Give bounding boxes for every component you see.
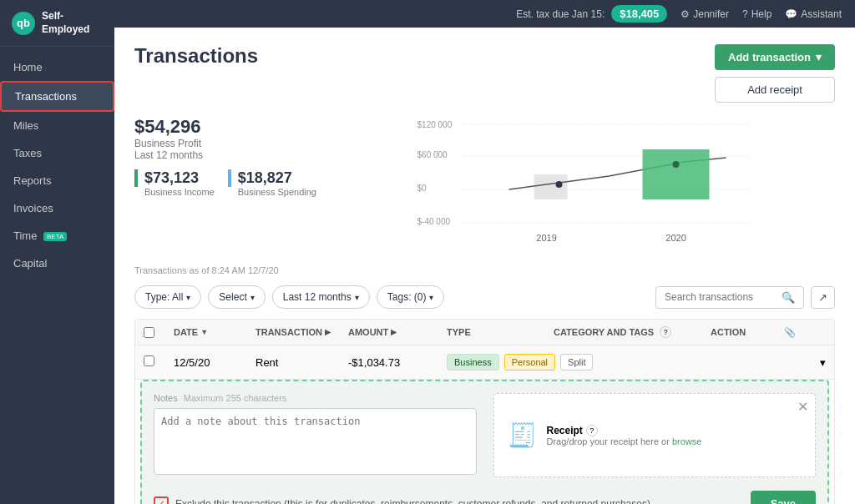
close-button[interactable]: ✕: [797, 399, 808, 415]
receipt-desc: Drag/drop your receipt here or browse: [547, 436, 702, 446]
type-filter[interactable]: Type: All ▾: [134, 285, 201, 309]
select-chevron-icon: ▾: [250, 293, 255, 302]
income-amount: $73,123: [134, 169, 215, 187]
assistant-menu[interactable]: 💬 Assistant: [785, 8, 842, 20]
row-transaction-name: Rent: [255, 356, 341, 369]
receipt-help-icon[interactable]: ?: [586, 425, 598, 436]
search-box[interactable]: 🔍: [655, 286, 804, 309]
tags-filter[interactable]: Tags: (0) ▾: [377, 285, 445, 309]
page-header: Transactions Add transaction ▾ Add recei…: [134, 44, 835, 103]
sidebar-item-time[interactable]: Time BETA: [0, 222, 114, 249]
receipt-info: Receipt ? Drag/drop your receipt here or…: [547, 425, 702, 446]
svg-text:$60 000: $60 000: [417, 150, 448, 159]
help-menu[interactable]: ? Help: [742, 8, 772, 20]
export-button[interactable]: ↗: [811, 286, 835, 309]
add-transaction-label: Add transaction: [728, 51, 811, 63]
svg-text:2019: 2019: [536, 233, 556, 243]
row-amount: -$1,034.73: [348, 356, 440, 369]
beta-badge: BETA: [43, 232, 67, 241]
svg-rect-10: [642, 149, 709, 199]
spending-card: $18,827 Business Spending: [228, 169, 316, 197]
exclude-left: ✓ Exclude this transaction (this is for …: [154, 496, 650, 505]
tags-chevron-icon: ▾: [429, 293, 433, 302]
main-profit-amount: $54,296: [134, 116, 316, 138]
timestamp: Transactions as of 8:24 AM 12/7/20: [134, 265, 835, 275]
tags-filter-label: Tags: (0): [387, 291, 427, 303]
content-area: Transactions Add transaction ▾ Add recei…: [114, 28, 855, 504]
row-expand-icon[interactable]: ▾: [784, 356, 826, 369]
business-tag[interactable]: Business: [447, 354, 499, 370]
split-tag[interactable]: Split: [560, 354, 593, 370]
notes-max: Maximum 255 characters: [184, 393, 287, 403]
sidebar-item-capital[interactable]: Capital: [0, 249, 114, 277]
svg-text:$120 000: $120 000: [417, 120, 452, 129]
date-sort-icon: ▼: [200, 328, 208, 336]
tax-label: Est. tax due Jan 15:: [516, 8, 605, 20]
search-input[interactable]: [665, 291, 782, 303]
notes-textarea[interactable]: [154, 408, 477, 475]
main-profit-label1: Business Profit: [134, 138, 316, 149]
spending-label: Business Spending: [228, 187, 316, 197]
date-range-label: Last 12 months: [283, 291, 352, 303]
notes-section: Notes Maximum 255 characters: [154, 393, 477, 477]
date-range-filter[interactable]: Last 12 months ▾: [272, 285, 370, 309]
checkmark-icon: ✓: [157, 498, 165, 505]
sidebar-item-taxes[interactable]: Taxes: [0, 139, 114, 167]
paperclip-icon: 📎: [784, 327, 796, 338]
table-row: 12/5/20 Rent -$1,034.73 Business Persona…: [135, 345, 834, 504]
select-all-checkbox[interactable]: [144, 327, 154, 338]
category-help-icon[interactable]: ?: [660, 326, 671, 338]
expanded-detail: Notes Maximum 255 characters 🧾 Receipt: [140, 380, 829, 504]
sidebar-item-invoices[interactable]: Invoices: [0, 194, 114, 222]
header-date[interactable]: DATE ▼: [174, 327, 249, 337]
save-button[interactable]: Save: [751, 491, 816, 504]
tax-estimate: Est. tax due Jan 15: $18,405: [516, 5, 667, 23]
assistant-icon: 💬: [785, 8, 797, 20]
transactions-table: DATE ▼ TRANSACTION ▶ AMOUNT ▶ TYPE CATEG…: [134, 319, 835, 504]
row-type-tags: Business Personal Split: [447, 354, 547, 370]
sidebar-item-transactions[interactable]: Transactions: [0, 81, 114, 112]
header-category: CATEGORY AND TAGS ?: [554, 326, 704, 338]
sidebar: qb Self-Employed Home Transactions Miles…: [0, 0, 114, 504]
amount-sort-icon: ▶: [391, 328, 397, 336]
header-checkbox[interactable]: [144, 327, 167, 338]
jennifer-menu[interactable]: ⚙ Jennifer: [680, 8, 729, 20]
row-checkbox-cell[interactable]: [144, 355, 167, 369]
header-amount[interactable]: AMOUNT ▶: [348, 327, 440, 337]
add-transaction-button[interactable]: Add transaction ▾: [715, 44, 835, 70]
help-label: Help: [751, 8, 772, 20]
browse-link[interactable]: browse: [672, 436, 701, 446]
profit-chart: $120 000 $60 000 $0 $-40 000: [350, 116, 835, 249]
sidebar-item-reports[interactable]: Reports: [0, 167, 114, 194]
sidebar-logo: qb Self-Employed: [0, 0, 114, 47]
header-action: ACTION: [711, 327, 777, 337]
select-filter[interactable]: Select ▾: [208, 285, 265, 309]
receipt-section: 🧾 Receipt ? Drag/drop your receipt here …: [493, 393, 817, 477]
row-date: 12/5/20: [174, 356, 249, 369]
add-receipt-button[interactable]: Add receipt: [715, 77, 835, 103]
sidebar-item-miles[interactable]: Miles: [0, 112, 114, 139]
personal-tag[interactable]: Personal: [504, 354, 555, 370]
jennifer-label: Jennifer: [693, 8, 729, 20]
export-icon: ↗: [818, 291, 827, 304]
gear-icon: ⚙: [680, 8, 690, 20]
topbar: Est. tax due Jan 15: $18,405 ⚙ Jennifer …: [114, 0, 855, 28]
assistant-label: Assistant: [801, 8, 842, 20]
date-chevron-icon: ▾: [355, 293, 359, 302]
transaction-row-rent[interactable]: 12/5/20 Rent -$1,034.73 Business Persona…: [135, 345, 834, 380]
chevron-down-icon: ▾: [816, 51, 822, 63]
exclude-checkbox[interactable]: ✓: [154, 496, 169, 505]
logo-initials: qb: [17, 17, 30, 29]
app-logo-icon: qb: [12, 12, 35, 35]
summary-cards: $54,296 Business Profit Last 12 months $…: [134, 116, 316, 197]
filter-bar: Type: All ▾ Select ▾ Last 12 months ▾ Ta…: [134, 285, 835, 309]
header-buttons: Add transaction ▾ Add receipt: [715, 44, 835, 103]
sidebar-item-home[interactable]: Home: [0, 53, 114, 81]
svg-text:$-40 000: $-40 000: [417, 217, 450, 226]
header-transaction[interactable]: TRANSACTION ▶: [255, 327, 341, 337]
spending-amount: $18,827: [228, 169, 316, 187]
header-type: TYPE: [447, 327, 547, 337]
row-checkbox[interactable]: [144, 355, 154, 366]
receipt-label: Receipt: [547, 425, 583, 436]
app-name: Self-Employed: [42, 10, 103, 36]
